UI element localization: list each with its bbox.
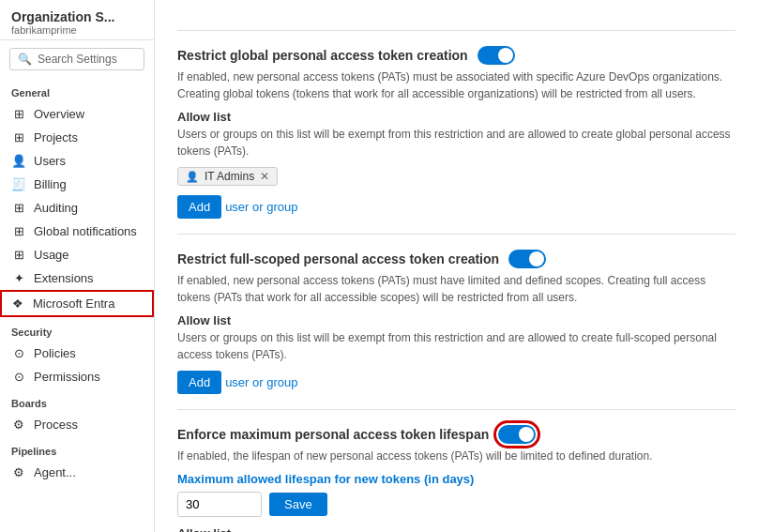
- allow-list-label-1: Allow list: [177, 110, 735, 124]
- sidebar-item-label: Policies: [34, 346, 76, 360]
- toggle-enforce-lifespan[interactable]: [498, 425, 536, 444]
- sidebar-item-agent-pools[interactable]: ⚙ Agent...: [0, 461, 154, 484]
- sidebar-item-process[interactable]: ⚙ Process: [0, 413, 154, 436]
- sidebar: Organization S... fabrikamprime 🔍 Search…: [0, 0, 155, 532]
- add-button-1[interactable]: Add: [177, 195, 221, 219]
- process-icon: ⚙: [11, 418, 26, 432]
- sidebar-item-label: Agent...: [34, 465, 76, 479]
- notifications-icon: ⊞: [11, 224, 26, 238]
- overview-icon: ⊞: [11, 107, 26, 121]
- search-icon: 🔍: [18, 53, 32, 66]
- sidebar-item-global-notifications[interactable]: ⊞ Global notifications: [0, 220, 154, 243]
- users-icon: 👤: [11, 154, 26, 168]
- add-button-2-label: Add: [189, 375, 210, 389]
- section-enforce-max-lifespan: Enforce maximum personal access token li…: [177, 425, 735, 532]
- enforce-lifespan-label: Enforce maximum personal access token li…: [177, 427, 489, 442]
- org-subtitle: fabrikamprime: [11, 24, 143, 36]
- sidebar-item-label: Usage: [34, 248, 69, 262]
- tag-label-it-admins: IT Admins: [205, 170, 254, 183]
- section-title-restrict-global: Restrict global personal access token cr…: [177, 46, 735, 65]
- policies-icon: ⊙: [11, 346, 26, 360]
- sidebar-item-label: Process: [34, 418, 78, 432]
- agent-icon: ⚙: [11, 465, 26, 479]
- divider-1: [177, 234, 735, 235]
- tag-it-admins[interactable]: 👤 IT Admins ✕: [177, 167, 278, 186]
- allow-list-desc-1: Users or groups on this list will be exe…: [177, 126, 735, 160]
- save-button[interactable]: Save: [269, 493, 327, 516]
- sidebar-item-auditing[interactable]: ⊞ Auditing: [0, 196, 154, 220]
- sidebar-item-label: Users: [34, 154, 66, 168]
- sidebar-item-label: Global notifications: [34, 224, 137, 238]
- sidebar-item-label: Overview: [34, 107, 84, 121]
- sidebar-item-microsoft-entra[interactable]: ❖ Microsoft Entra: [0, 290, 154, 317]
- section-label-boards: Boards: [0, 388, 154, 413]
- divider-2: [177, 409, 735, 410]
- add-button-2[interactable]: Add: [177, 371, 221, 394]
- allow-list-label-2: Allow list: [177, 313, 735, 327]
- allow-list-label-3: Allow list: [177, 526, 735, 532]
- sidebar-item-billing[interactable]: 🧾 Billing: [0, 173, 154, 196]
- tag-icon-it-admins: 👤: [186, 171, 199, 183]
- search-settings-box[interactable]: 🔍 Search Settings: [9, 48, 144, 70]
- usage-icon: ⊞: [11, 248, 26, 262]
- section-label-general: General: [0, 78, 154, 102]
- sidebar-item-label: Auditing: [34, 201, 78, 215]
- restrict-global-pat-desc: If enabled, new personal access tokens (…: [177, 68, 735, 102]
- allow-list-desc-2: Users or groups on this list will be exe…: [177, 329, 735, 363]
- divider-top: [177, 30, 735, 31]
- projects-icon: ⊞: [11, 130, 26, 144]
- save-button-label: Save: [284, 497, 312, 511]
- org-title: Organization S...: [11, 9, 143, 24]
- toggle-restrict-fullscope-pat[interactable]: [508, 250, 546, 268]
- add-secondary-label-2: user or group: [225, 375, 297, 389]
- sidebar-item-policies[interactable]: ⊙ Policies: [0, 342, 154, 365]
- billing-icon: 🧾: [11, 177, 26, 191]
- sidebar-item-usage[interactable]: ⊞ Usage: [0, 243, 154, 266]
- sidebar-item-projects[interactable]: ⊞ Projects: [0, 126, 154, 149]
- sidebar-item-extensions[interactable]: ✦ Extensions: [0, 266, 154, 290]
- add-row-1: Add user or group: [177, 195, 735, 219]
- extensions-icon: ✦: [11, 271, 26, 285]
- sidebar-item-label: Microsoft Entra: [33, 296, 114, 311]
- sidebar-item-label: Extensions: [34, 271, 94, 285]
- search-settings-label: Search Settings: [38, 53, 117, 66]
- add-secondary-button-2[interactable]: user or group: [221, 371, 301, 394]
- tag-close-it-admins[interactable]: ✕: [260, 170, 269, 183]
- section-title-enforce-lifespan: Enforce maximum personal access token li…: [177, 425, 735, 444]
- section-title-restrict-fullscope: Restrict full-scoped personal access tok…: [177, 250, 735, 268]
- enforce-lifespan-desc: If enabled, the lifespan of new personal…: [177, 448, 735, 464]
- auditing-icon: ⊞: [11, 201, 26, 215]
- microsoft-entra-icon: ❖: [10, 296, 25, 311]
- tags-row-1: 👤 IT Admins ✕: [177, 167, 735, 186]
- sidebar-org-header: Organization S... fabrikamprime: [0, 0, 154, 40]
- sidebar-item-permissions[interactable]: ⊙ Permissions: [0, 365, 154, 388]
- sidebar-item-users[interactable]: 👤 Users: [0, 149, 154, 173]
- sidebar-item-label: Projects: [34, 130, 78, 144]
- add-secondary-label-1: user or group: [225, 200, 297, 214]
- main-content: Restrict global personal access token cr…: [155, 0, 758, 532]
- toggle-restrict-global-pat[interactable]: [478, 46, 515, 65]
- add-secondary-button-1[interactable]: user or group: [221, 195, 301, 219]
- sidebar-item-overview[interactable]: ⊞ Overview: [0, 102, 154, 126]
- permissions-icon: ⊙: [11, 370, 26, 384]
- section-restrict-fullscope-pat: Restrict full-scoped personal access tok…: [177, 250, 735, 394]
- restrict-global-pat-label: Restrict global personal access token cr…: [177, 48, 468, 63]
- add-row-2: Add user or group: [177, 371, 735, 394]
- section-label-security: Security: [0, 317, 154, 342]
- section-restrict-global-pat: Restrict global personal access token cr…: [177, 46, 735, 219]
- sidebar-item-label: Billing: [34, 177, 67, 191]
- restrict-fullscope-pat-desc: If enabled, new personal access tokens (…: [177, 272, 735, 306]
- lifespan-input[interactable]: [177, 492, 262, 517]
- lifespan-input-row: Save: [177, 492, 735, 517]
- max-lifespan-label: Maximum allowed lifespan for new tokens …: [177, 472, 735, 486]
- sidebar-item-label: Permissions: [34, 370, 100, 384]
- add-button-1-label: Add: [189, 200, 210, 214]
- section-label-pipelines: Pipelines: [0, 436, 154, 461]
- restrict-fullscope-pat-label: Restrict full-scoped personal access tok…: [177, 251, 499, 266]
